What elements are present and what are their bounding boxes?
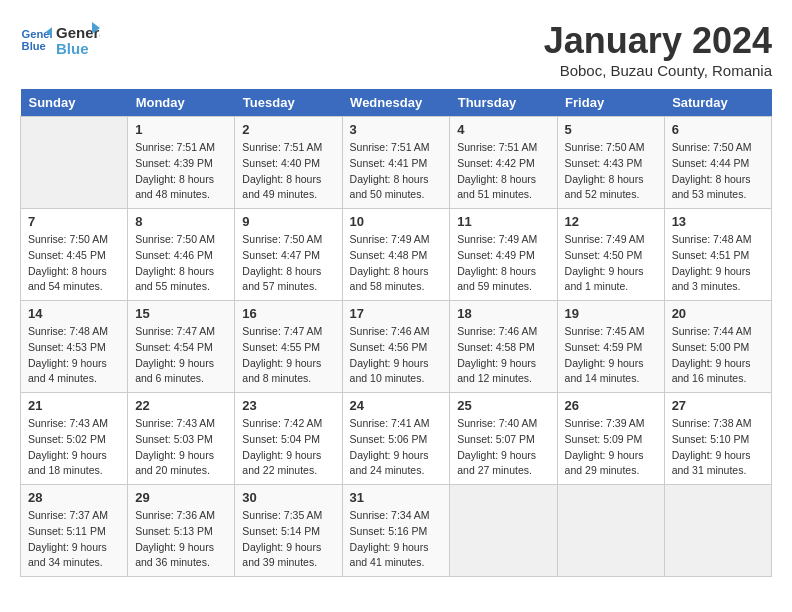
- day-cell: 28Sunrise: 7:37 AMSunset: 5:11 PMDayligh…: [21, 485, 128, 577]
- day-number: 28: [28, 490, 120, 505]
- day-info: Sunrise: 7:50 AMSunset: 4:47 PMDaylight:…: [242, 232, 334, 295]
- weekday-header-thursday: Thursday: [450, 89, 557, 117]
- day-number: 17: [350, 306, 443, 321]
- day-info: Sunrise: 7:36 AMSunset: 5:13 PMDaylight:…: [135, 508, 227, 571]
- day-cell: 30Sunrise: 7:35 AMSunset: 5:14 PMDayligh…: [235, 485, 342, 577]
- day-number: 29: [135, 490, 227, 505]
- day-number: 22: [135, 398, 227, 413]
- location-subtitle: Boboc, Buzau County, Romania: [544, 62, 772, 79]
- weekday-header-row: SundayMondayTuesdayWednesdayThursdayFrid…: [21, 89, 772, 117]
- day-info: Sunrise: 7:42 AMSunset: 5:04 PMDaylight:…: [242, 416, 334, 479]
- day-cell: 17Sunrise: 7:46 AMSunset: 4:56 PMDayligh…: [342, 301, 450, 393]
- day-cell: 15Sunrise: 7:47 AMSunset: 4:54 PMDayligh…: [128, 301, 235, 393]
- day-number: 5: [565, 122, 657, 137]
- day-info: Sunrise: 7:51 AMSunset: 4:39 PMDaylight:…: [135, 140, 227, 203]
- week-row-5: 28Sunrise: 7:37 AMSunset: 5:11 PMDayligh…: [21, 485, 772, 577]
- day-number: 4: [457, 122, 549, 137]
- day-cell: 13Sunrise: 7:48 AMSunset: 4:51 PMDayligh…: [664, 209, 771, 301]
- day-info: Sunrise: 7:45 AMSunset: 4:59 PMDaylight:…: [565, 324, 657, 387]
- day-cell: 27Sunrise: 7:38 AMSunset: 5:10 PMDayligh…: [664, 393, 771, 485]
- weekday-header-sunday: Sunday: [21, 89, 128, 117]
- day-cell: 22Sunrise: 7:43 AMSunset: 5:03 PMDayligh…: [128, 393, 235, 485]
- day-info: Sunrise: 7:50 AMSunset: 4:44 PMDaylight:…: [672, 140, 764, 203]
- weekday-header-tuesday: Tuesday: [235, 89, 342, 117]
- day-info: Sunrise: 7:43 AMSunset: 5:02 PMDaylight:…: [28, 416, 120, 479]
- day-number: 18: [457, 306, 549, 321]
- day-cell: 9Sunrise: 7:50 AMSunset: 4:47 PMDaylight…: [235, 209, 342, 301]
- day-cell: [21, 117, 128, 209]
- day-number: 20: [672, 306, 764, 321]
- day-info: Sunrise: 7:46 AMSunset: 4:56 PMDaylight:…: [350, 324, 443, 387]
- day-info: Sunrise: 7:50 AMSunset: 4:46 PMDaylight:…: [135, 232, 227, 295]
- day-number: 2: [242, 122, 334, 137]
- day-info: Sunrise: 7:38 AMSunset: 5:10 PMDaylight:…: [672, 416, 764, 479]
- day-info: Sunrise: 7:48 AMSunset: 4:53 PMDaylight:…: [28, 324, 120, 387]
- day-cell: 26Sunrise: 7:39 AMSunset: 5:09 PMDayligh…: [557, 393, 664, 485]
- day-number: 19: [565, 306, 657, 321]
- day-number: 1: [135, 122, 227, 137]
- day-cell: 14Sunrise: 7:48 AMSunset: 4:53 PMDayligh…: [21, 301, 128, 393]
- day-cell: [450, 485, 557, 577]
- day-cell: 7Sunrise: 7:50 AMSunset: 4:45 PMDaylight…: [21, 209, 128, 301]
- day-info: Sunrise: 7:49 AMSunset: 4:48 PMDaylight:…: [350, 232, 443, 295]
- day-number: 12: [565, 214, 657, 229]
- day-info: Sunrise: 7:39 AMSunset: 5:09 PMDaylight:…: [565, 416, 657, 479]
- day-info: Sunrise: 7:49 AMSunset: 4:49 PMDaylight:…: [457, 232, 549, 295]
- weekday-header-friday: Friday: [557, 89, 664, 117]
- logo-icon: General Blue: [20, 24, 52, 56]
- day-cell: 31Sunrise: 7:34 AMSunset: 5:16 PMDayligh…: [342, 485, 450, 577]
- day-cell: 16Sunrise: 7:47 AMSunset: 4:55 PMDayligh…: [235, 301, 342, 393]
- day-number: 11: [457, 214, 549, 229]
- day-number: 24: [350, 398, 443, 413]
- day-cell: 18Sunrise: 7:46 AMSunset: 4:58 PMDayligh…: [450, 301, 557, 393]
- day-info: Sunrise: 7:35 AMSunset: 5:14 PMDaylight:…: [242, 508, 334, 571]
- day-cell: 6Sunrise: 7:50 AMSunset: 4:44 PMDaylight…: [664, 117, 771, 209]
- day-number: 3: [350, 122, 443, 137]
- day-number: 10: [350, 214, 443, 229]
- day-cell: 10Sunrise: 7:49 AMSunset: 4:48 PMDayligh…: [342, 209, 450, 301]
- weekday-header-monday: Monday: [128, 89, 235, 117]
- week-row-2: 7Sunrise: 7:50 AMSunset: 4:45 PMDaylight…: [21, 209, 772, 301]
- day-number: 16: [242, 306, 334, 321]
- day-info: Sunrise: 7:37 AMSunset: 5:11 PMDaylight:…: [28, 508, 120, 571]
- day-cell: [664, 485, 771, 577]
- day-info: Sunrise: 7:47 AMSunset: 4:54 PMDaylight:…: [135, 324, 227, 387]
- page-header: General Blue General Blue January 2024 B…: [20, 20, 772, 79]
- day-number: 9: [242, 214, 334, 229]
- calendar-table: SundayMondayTuesdayWednesdayThursdayFrid…: [20, 89, 772, 577]
- logo-graphic: General Blue: [56, 20, 100, 60]
- month-title: January 2024: [544, 20, 772, 62]
- day-number: 27: [672, 398, 764, 413]
- day-number: 14: [28, 306, 120, 321]
- day-cell: 12Sunrise: 7:49 AMSunset: 4:50 PMDayligh…: [557, 209, 664, 301]
- day-info: Sunrise: 7:51 AMSunset: 4:42 PMDaylight:…: [457, 140, 549, 203]
- day-number: 26: [565, 398, 657, 413]
- logo: General Blue General Blue: [20, 20, 100, 60]
- day-cell: 19Sunrise: 7:45 AMSunset: 4:59 PMDayligh…: [557, 301, 664, 393]
- svg-text:General: General: [22, 28, 52, 40]
- day-info: Sunrise: 7:34 AMSunset: 5:16 PMDaylight:…: [350, 508, 443, 571]
- day-info: Sunrise: 7:40 AMSunset: 5:07 PMDaylight:…: [457, 416, 549, 479]
- day-info: Sunrise: 7:51 AMSunset: 4:40 PMDaylight:…: [242, 140, 334, 203]
- day-number: 13: [672, 214, 764, 229]
- svg-text:Blue: Blue: [22, 40, 46, 52]
- day-cell: 5Sunrise: 7:50 AMSunset: 4:43 PMDaylight…: [557, 117, 664, 209]
- day-cell: 25Sunrise: 7:40 AMSunset: 5:07 PMDayligh…: [450, 393, 557, 485]
- day-number: 6: [672, 122, 764, 137]
- day-info: Sunrise: 7:50 AMSunset: 4:43 PMDaylight:…: [565, 140, 657, 203]
- day-number: 8: [135, 214, 227, 229]
- day-cell: 3Sunrise: 7:51 AMSunset: 4:41 PMDaylight…: [342, 117, 450, 209]
- weekday-header-saturday: Saturday: [664, 89, 771, 117]
- day-info: Sunrise: 7:50 AMSunset: 4:45 PMDaylight:…: [28, 232, 120, 295]
- day-cell: 24Sunrise: 7:41 AMSunset: 5:06 PMDayligh…: [342, 393, 450, 485]
- day-cell: 1Sunrise: 7:51 AMSunset: 4:39 PMDaylight…: [128, 117, 235, 209]
- day-cell: 11Sunrise: 7:49 AMSunset: 4:49 PMDayligh…: [450, 209, 557, 301]
- day-info: Sunrise: 7:41 AMSunset: 5:06 PMDaylight:…: [350, 416, 443, 479]
- svg-text:Blue: Blue: [56, 40, 89, 57]
- day-info: Sunrise: 7:49 AMSunset: 4:50 PMDaylight:…: [565, 232, 657, 295]
- day-number: 21: [28, 398, 120, 413]
- day-number: 7: [28, 214, 120, 229]
- day-cell: 29Sunrise: 7:36 AMSunset: 5:13 PMDayligh…: [128, 485, 235, 577]
- day-number: 15: [135, 306, 227, 321]
- day-cell: 21Sunrise: 7:43 AMSunset: 5:02 PMDayligh…: [21, 393, 128, 485]
